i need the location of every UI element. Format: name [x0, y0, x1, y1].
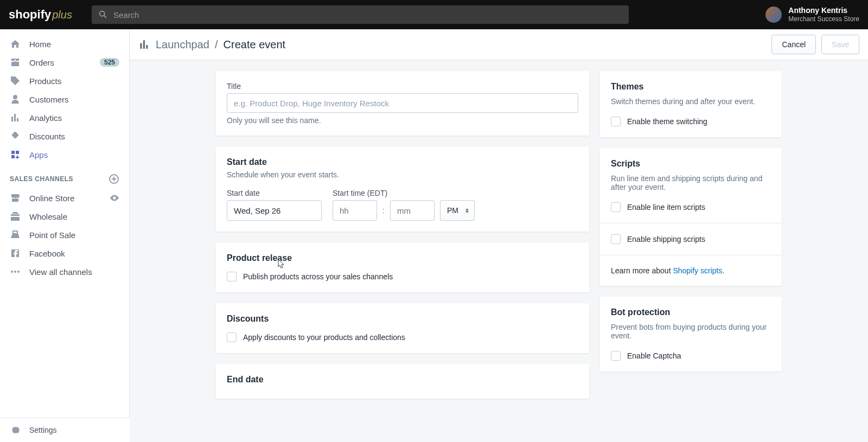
- user-text: Anthony Kentris Merchant Success Store: [788, 6, 859, 23]
- breadcrumb-current: Create event: [224, 39, 286, 51]
- discounts-checkbox[interactable]: [227, 332, 237, 342]
- sidebar-item-analytics[interactable]: Analytics: [0, 108, 129, 127]
- lineitem-label: Enable line item scripts: [627, 203, 705, 212]
- svg-point-1: [14, 271, 16, 273]
- title-card: Title Only you will see this name.: [216, 71, 589, 136]
- dots-icon: [10, 266, 21, 277]
- sales-channels-header: Sales Channels: [0, 164, 129, 189]
- pos-icon: [10, 229, 21, 240]
- themes-heading: Themes: [611, 82, 771, 92]
- scripts-heading: Scripts: [611, 159, 771, 169]
- sidebar-item-home[interactable]: Home: [0, 35, 129, 53]
- channel-label: Wholesale: [29, 212, 67, 221]
- minute-input[interactable]: [390, 200, 435, 221]
- start-date-label: Start date: [227, 189, 322, 197]
- caret-icon: [465, 208, 469, 213]
- discounts-icon: [10, 131, 21, 142]
- sidebar-item-products[interactable]: Products: [0, 72, 129, 90]
- breadcrumb-sep: /: [215, 39, 218, 51]
- bot-sub: Prevent bots from buying products during…: [611, 323, 771, 340]
- analytics-icon: [10, 112, 21, 123]
- search-icon: [98, 10, 108, 20]
- store-icon: [10, 193, 21, 203]
- nav-label: Products: [29, 76, 61, 86]
- save-button[interactable]: Save: [821, 35, 859, 54]
- bot-heading: Bot protection: [611, 308, 771, 317]
- learn-prefix: Learn more about: [611, 266, 673, 275]
- channel-label: Facebook: [29, 249, 65, 258]
- nav-label: Apps: [29, 150, 48, 159]
- wholesale-icon: [10, 211, 21, 222]
- orders-badge: 525: [100, 58, 119, 67]
- start-sub: Schedule when your event starts.: [227, 170, 578, 179]
- sidebar-item-discounts[interactable]: Discounts: [0, 127, 129, 145]
- start-heading: Start date: [227, 157, 578, 167]
- avatar: [765, 7, 782, 23]
- title-hint: Only you will see this name.: [227, 116, 578, 125]
- scripts-card: Scripts Run line item and shipping scrip…: [600, 148, 782, 286]
- discounts-heading: Discounts: [227, 314, 578, 324]
- start-time-label: Start time (EDT): [333, 189, 475, 197]
- channel-label: Online Store: [29, 194, 74, 203]
- facebook-icon: [10, 248, 21, 259]
- end-heading: End date: [227, 375, 578, 385]
- themes-checkbox[interactable]: [611, 117, 621, 126]
- page-header: Launchpad / Create event Cancel Save: [130, 29, 868, 60]
- ampm-select[interactable]: PM: [440, 200, 475, 221]
- cancel-button[interactable]: Cancel: [771, 35, 816, 54]
- start-date-input[interactable]: [227, 200, 322, 221]
- view-store-icon[interactable]: [110, 193, 119, 203]
- sidebar-item-settings[interactable]: Settings: [0, 418, 130, 442]
- user-menu[interactable]: Anthony Kentris Merchant Success Store: [765, 6, 859, 23]
- title-input[interactable]: [227, 93, 578, 113]
- products-icon: [10, 75, 21, 86]
- time-colon: :: [382, 206, 385, 215]
- gear-icon: [10, 425, 21, 435]
- user-name: Anthony Kentris: [788, 6, 859, 15]
- hour-input[interactable]: [333, 200, 377, 221]
- scripts-link[interactable]: Shopify scripts.: [673, 266, 724, 275]
- product-heading: Product release: [227, 253, 578, 263]
- nav-label: Discounts: [29, 132, 65, 141]
- start-date-card: Start date Schedule when your event star…: [216, 146, 589, 232]
- logo-main: shopify: [9, 8, 51, 22]
- nav-label: Home: [29, 40, 51, 49]
- captcha-checkbox[interactable]: [611, 351, 621, 361]
- channel-pos[interactable]: Point of Sale: [0, 226, 129, 244]
- apps-icon: [10, 149, 21, 160]
- publish-checkbox[interactable]: [227, 272, 237, 281]
- shipping-checkbox[interactable]: [611, 234, 621, 244]
- discounts-label: Apply discounts to your products and col…: [243, 333, 405, 342]
- themes-sub: Switch themes during and after your even…: [611, 97, 771, 106]
- search-input[interactable]: [113, 10, 622, 20]
- shipping-label: Enable shipping scripts: [627, 235, 705, 244]
- settings-label: Settings: [29, 426, 57, 434]
- top-header: shopifyplus Anthony Kentris Merchant Suc…: [0, 0, 868, 29]
- orders-icon: [10, 57, 21, 68]
- captcha-label: Enable Captcha: [627, 351, 681, 360]
- add-channel-icon[interactable]: [108, 174, 119, 184]
- product-release-card: Product release Publish products across …: [216, 242, 589, 292]
- nav-label: Customers: [29, 95, 69, 104]
- launchpad-icon: [138, 39, 150, 50]
- sidebar-item-orders[interactable]: Orders 525: [0, 53, 129, 72]
- channel-online-store[interactable]: Online Store: [0, 189, 129, 207]
- logo[interactable]: shopifyplus: [9, 8, 72, 22]
- search-container[interactable]: [92, 5, 629, 24]
- channel-view-all[interactable]: View all channels: [0, 262, 129, 281]
- sidebar: Home Orders 525 Products Customers Analy…: [0, 29, 130, 442]
- end-date-card: End date: [216, 364, 589, 399]
- customers-icon: [10, 94, 21, 105]
- channel-wholesale[interactable]: Wholesale: [0, 207, 129, 226]
- bot-card: Bot protection Prevent bots from buying …: [600, 297, 782, 371]
- sidebar-item-apps[interactable]: Apps: [0, 145, 129, 164]
- discounts-card: Discounts Apply discounts to your produc…: [216, 303, 589, 353]
- themes-check-label: Enable theme switching: [627, 117, 707, 126]
- channel-facebook[interactable]: Facebook: [0, 244, 129, 262]
- svg-point-2: [17, 271, 20, 273]
- nav-label: Orders: [29, 58, 54, 67]
- sidebar-item-customers[interactable]: Customers: [0, 90, 129, 108]
- lineitem-checkbox[interactable]: [611, 202, 621, 212]
- channel-label: View all channels: [29, 267, 92, 277]
- breadcrumb-app[interactable]: Launchpad: [156, 39, 209, 51]
